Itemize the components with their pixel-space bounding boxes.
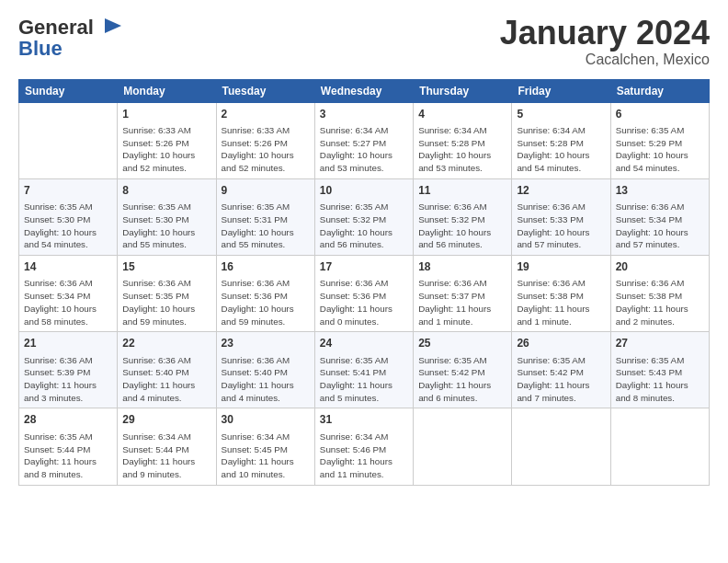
day-cell: 23Sunrise: 6:36 AMSunset: 5:40 PMDayligh… [216, 332, 314, 408]
day-number: 3 [320, 107, 408, 122]
day-cell: 30Sunrise: 6:34 AMSunset: 5:45 PMDayligh… [216, 408, 314, 485]
day-info: Sunrise: 6:34 AMSunset: 5:44 PMDaylight:… [122, 431, 210, 481]
day-number: 4 [418, 107, 506, 122]
day-cell: 14Sunrise: 6:36 AMSunset: 5:34 PMDayligh… [19, 256, 118, 332]
day-number: 28 [24, 412, 112, 428]
day-cell: 7Sunrise: 6:35 AMSunset: 5:30 PMDaylight… [19, 178, 118, 255]
day-cell: 28Sunrise: 6:35 AMSunset: 5:44 PMDayligh… [19, 408, 118, 485]
day-number: 27 [616, 336, 704, 351]
day-cell: 5Sunrise: 6:34 AMSunset: 5:28 PMDaylight… [512, 102, 610, 178]
day-info: Sunrise: 6:33 AMSunset: 5:26 PMDaylight:… [222, 124, 310, 175]
day-info: Sunrise: 6:34 AMSunset: 5:45 PMDaylight:… [222, 431, 310, 481]
day-number: 22 [122, 336, 210, 351]
day-cell: 17Sunrise: 6:36 AMSunset: 5:36 PMDayligh… [314, 256, 413, 332]
day-header-tuesday: Tuesday [216, 79, 314, 102]
day-cell: 31Sunrise: 6:34 AMSunset: 5:46 PMDayligh… [314, 408, 413, 485]
day-info: Sunrise: 6:35 AMSunset: 5:30 PMDaylight:… [24, 201, 112, 251]
day-info: Sunrise: 6:36 AMSunset: 5:34 PMDaylight:… [616, 201, 704, 251]
day-number: 16 [222, 259, 310, 275]
day-cell: 29Sunrise: 6:34 AMSunset: 5:44 PMDayligh… [118, 408, 216, 485]
day-number: 23 [222, 336, 310, 351]
day-info: Sunrise: 6:35 AMSunset: 5:41 PMDaylight:… [320, 354, 408, 405]
day-info: Sunrise: 6:35 AMSunset: 5:32 PMDaylight:… [320, 201, 408, 251]
header: General Blue January 2024 Cacalchen, Mex… [18, 15, 710, 68]
page: General Blue January 2024 Cacalchen, Mex… [0, 0, 728, 563]
day-header-wednesday: Wednesday [314, 79, 413, 102]
day-info: Sunrise: 6:36 AMSunset: 5:33 PMDaylight:… [517, 201, 605, 251]
day-number: 21 [24, 336, 112, 351]
day-cell: 1Sunrise: 6:33 AMSunset: 5:26 PMDaylight… [118, 102, 216, 178]
day-info: Sunrise: 6:35 AMSunset: 5:31 PMDaylight:… [222, 201, 310, 251]
day-number: 15 [122, 259, 210, 275]
day-info: Sunrise: 6:36 AMSunset: 5:32 PMDaylight:… [418, 201, 506, 251]
logo: General Blue [18, 15, 121, 61]
day-cell: 21Sunrise: 6:36 AMSunset: 5:39 PMDayligh… [19, 332, 118, 408]
day-cell: 24Sunrise: 6:35 AMSunset: 5:41 PMDayligh… [314, 332, 413, 408]
day-cell: 16Sunrise: 6:36 AMSunset: 5:36 PMDayligh… [216, 256, 314, 332]
day-info: Sunrise: 6:35 AMSunset: 5:30 PMDaylight:… [122, 201, 210, 251]
day-number: 31 [320, 412, 408, 428]
day-number: 6 [616, 107, 704, 122]
month-title: January 2024 [500, 15, 710, 52]
day-cell: 8Sunrise: 6:35 AMSunset: 5:30 PMDaylight… [118, 178, 216, 255]
day-info: Sunrise: 6:34 AMSunset: 5:28 PMDaylight:… [517, 124, 605, 175]
day-number: 29 [122, 412, 210, 428]
day-cell: 18Sunrise: 6:36 AMSunset: 5:37 PMDayligh… [414, 256, 512, 332]
day-info: Sunrise: 6:36 AMSunset: 5:35 PMDaylight:… [122, 277, 210, 327]
day-cell: 10Sunrise: 6:35 AMSunset: 5:32 PMDayligh… [314, 178, 413, 255]
day-number: 30 [222, 412, 310, 428]
day-info: Sunrise: 6:34 AMSunset: 5:28 PMDaylight:… [418, 124, 506, 175]
day-cell: 4Sunrise: 6:34 AMSunset: 5:28 PMDaylight… [414, 102, 512, 178]
day-info: Sunrise: 6:35 AMSunset: 5:29 PMDaylight:… [616, 124, 704, 175]
day-info: Sunrise: 6:36 AMSunset: 5:37 PMDaylight:… [418, 277, 506, 327]
day-cell: 11Sunrise: 6:36 AMSunset: 5:32 PMDayligh… [414, 178, 512, 255]
day-cell: 3Sunrise: 6:34 AMSunset: 5:27 PMDaylight… [314, 102, 413, 178]
day-number: 2 [222, 107, 310, 122]
location: Cacalchen, Mexico [500, 52, 710, 68]
day-info: Sunrise: 6:36 AMSunset: 5:36 PMDaylight:… [222, 277, 310, 327]
week-row-3: 14Sunrise: 6:36 AMSunset: 5:34 PMDayligh… [19, 256, 710, 332]
title-block: January 2024 Cacalchen, Mexico [500, 15, 710, 68]
day-cell: 27Sunrise: 6:35 AMSunset: 5:43 PMDayligh… [610, 332, 709, 408]
day-info: Sunrise: 6:34 AMSunset: 5:46 PMDaylight:… [320, 431, 408, 481]
calendar-table: SundayMondayTuesdayWednesdayThursdayFrid… [18, 79, 710, 486]
day-cell: 6Sunrise: 6:35 AMSunset: 5:29 PMDaylight… [610, 102, 709, 178]
day-cell: 26Sunrise: 6:35 AMSunset: 5:42 PMDayligh… [512, 332, 610, 408]
day-cell: 19Sunrise: 6:36 AMSunset: 5:38 PMDayligh… [512, 256, 610, 332]
day-cell [512, 408, 610, 485]
day-number: 8 [122, 183, 210, 199]
day-info: Sunrise: 6:36 AMSunset: 5:36 PMDaylight:… [320, 277, 408, 327]
day-number: 1 [122, 107, 210, 122]
day-info: Sunrise: 6:34 AMSunset: 5:27 PMDaylight:… [320, 124, 408, 175]
day-info: Sunrise: 6:36 AMSunset: 5:34 PMDaylight:… [24, 277, 112, 327]
day-cell: 15Sunrise: 6:36 AMSunset: 5:35 PMDayligh… [118, 256, 216, 332]
logo-icon [96, 15, 121, 40]
day-cell [610, 408, 709, 485]
day-cell [19, 102, 118, 178]
day-info: Sunrise: 6:35 AMSunset: 5:43 PMDaylight:… [616, 354, 704, 405]
day-cell [414, 408, 512, 485]
day-number: 17 [320, 259, 408, 275]
day-number: 7 [24, 183, 112, 199]
day-number: 25 [418, 336, 506, 351]
day-number: 18 [418, 259, 506, 275]
day-number: 12 [517, 183, 605, 199]
day-number: 5 [517, 107, 605, 122]
day-cell: 20Sunrise: 6:36 AMSunset: 5:38 PMDayligh… [610, 256, 709, 332]
day-number: 20 [616, 259, 704, 275]
day-info: Sunrise: 6:36 AMSunset: 5:38 PMDaylight:… [616, 277, 704, 327]
week-row-2: 7Sunrise: 6:35 AMSunset: 5:30 PMDaylight… [19, 178, 710, 255]
day-info: Sunrise: 6:36 AMSunset: 5:39 PMDaylight:… [24, 354, 112, 405]
day-header-thursday: Thursday [414, 79, 512, 102]
day-info: Sunrise: 6:35 AMSunset: 5:44 PMDaylight:… [24, 431, 112, 481]
day-header-monday: Monday [118, 79, 216, 102]
day-number: 10 [320, 183, 408, 199]
day-header-sunday: Sunday [19, 79, 118, 102]
day-number: 14 [24, 259, 112, 275]
day-cell: 12Sunrise: 6:36 AMSunset: 5:33 PMDayligh… [512, 178, 610, 255]
day-info: Sunrise: 6:35 AMSunset: 5:42 PMDaylight:… [517, 354, 605, 405]
day-cell: 22Sunrise: 6:36 AMSunset: 5:40 PMDayligh… [118, 332, 216, 408]
day-header-saturday: Saturday [610, 79, 709, 102]
day-number: 26 [517, 336, 605, 351]
day-number: 19 [517, 259, 605, 275]
